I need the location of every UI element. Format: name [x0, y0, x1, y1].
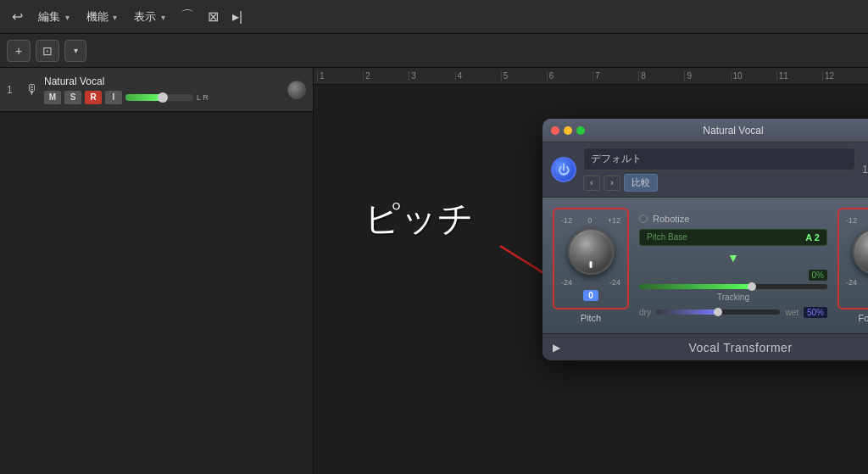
ruler-mark-10: 10 — [731, 71, 776, 81]
formant-knob[interactable] — [853, 228, 869, 275]
fader-track — [125, 94, 193, 101]
tracking-fill — [639, 284, 752, 289]
automation-icon[interactable]: ⌒ — [175, 4, 199, 29]
menu-view[interactable]: 表示 ▾ — [127, 6, 172, 28]
tracking-thumb[interactable] — [748, 282, 756, 291]
power-button[interactable]: ⏻ — [551, 157, 576, 182]
track-body — [0, 112, 313, 474]
group-button[interactable]: ⊡ — [36, 40, 59, 62]
ruler-mark-3: 3 — [409, 71, 454, 81]
tracking-percent: 0% — [809, 270, 827, 281]
pitch-label: Pitch — [581, 313, 601, 323]
pitch-scale: -12 0 +12 — [561, 216, 620, 225]
formant-knob-section: -12 0 +12 -24 -24 0 — [837, 208, 868, 323]
pitch-annotation: ピッチ — [364, 195, 474, 243]
ruler-mark-6: 6 — [547, 71, 593, 81]
ruler-mark-7: 7 — [593, 71, 638, 81]
track-name: Natural Vocal — [44, 75, 282, 87]
menu-edit[interactable]: 編集 ▾ — [31, 6, 76, 28]
plugin-controls: ⏻ デフォルト ‹ › 比較 100% ⇅ ∞ — [542, 142, 868, 198]
power-icon: ⏻ — [558, 163, 570, 176]
preset-area: デフォルト ‹ › 比較 — [583, 148, 855, 192]
plugin-titlebar: Natural Vocal — [542, 119, 868, 142]
minimize-button[interactable] — [564, 126, 572, 135]
mix-dry-label: dry — [639, 308, 651, 317]
plugin-title: Natural Vocal — [703, 125, 763, 137]
ruler-mark-8: 8 — [638, 71, 684, 81]
plugin-footer: ▶ Vocal Transformer — [542, 333, 868, 360]
ruler-mark-1: 1 — [317, 71, 363, 81]
track-panel: 1 🎙 Natural Vocal M S R I L R — [0, 68, 314, 474]
toolbar-dropdown[interactable]: ▾ — [64, 40, 86, 62]
plugin-body: -12 0 +12 -24 -24 0 — [542, 198, 868, 333]
footer-title: Vocal Transformer — [567, 341, 868, 354]
main-area: 1 🎙 Natural Vocal M S R I L R — [0, 68, 868, 474]
compare-button[interactable]: 比較 — [624, 174, 658, 192]
footer-play-button[interactable]: ▶ — [553, 342, 560, 354]
mix-slider-track[interactable] — [656, 309, 781, 315]
traffic-lights — [551, 126, 585, 135]
microphone-icon: 🎙 — [25, 82, 39, 98]
timeline-ruler: 1 2 3 4 5 6 7 8 9 10 11 12 — [314, 68, 868, 85]
ruler-mark-9: 9 — [684, 71, 730, 81]
menu-bar: ↩ 編集 ▾ 機能 ▾ 表示 ▾ ⌒ ⊠ ▸| — [0, 0, 868, 34]
formant-label: Formant — [859, 313, 868, 323]
undo-icon[interactable]: ↩ — [7, 5, 28, 28]
pitch-base-label: Pitch Base — [647, 232, 687, 242]
tracking-slider-track[interactable] — [639, 284, 827, 289]
view-arrow: ▾ — [161, 13, 165, 22]
pitch-knob-indicator — [590, 261, 593, 268]
fader-thumb[interactable] — [158, 92, 168, 103]
preset-prev-button[interactable]: ‹ — [583, 176, 600, 191]
midi-icon[interactable]: ⊠ — [203, 5, 224, 28]
ruler-mark-12: 12 — [822, 71, 868, 81]
track-info: Natural Vocal M S R I L R — [44, 75, 282, 104]
group-icon: ⊡ — [42, 44, 53, 58]
mix-wet-label: wet — [785, 308, 798, 317]
close-button[interactable] — [551, 126, 559, 135]
lr-label: L R — [197, 93, 209, 102]
preset-name: デフォルト — [583, 148, 855, 170]
robotize-radio[interactable] — [639, 215, 648, 223]
pitch-base-value: A 2 — [805, 232, 820, 243]
volume-fader[interactable] — [125, 94, 193, 101]
formant-highlight-box: -12 0 +12 -24 -24 0 — [837, 208, 868, 309]
pitch-arrow-indicator: ▼ — [639, 251, 827, 265]
center-section: Robotize Pitch Base A 2 ▼ 0% — [639, 214, 827, 318]
edit-arrow: ▾ — [65, 13, 70, 22]
pitch-knob-section: -12 0 +12 -24 -24 0 — [553, 208, 629, 323]
chevron-down-icon: ▾ — [74, 46, 78, 55]
track-controls: M S R I L R — [44, 91, 282, 104]
tracking-label: Tracking — [639, 293, 827, 302]
pitch-value: 0 — [583, 290, 598, 301]
toolbar: + ⊡ ▾ — [0, 34, 868, 68]
ruler-marks: 1 2 3 4 5 6 7 8 9 10 11 12 — [317, 71, 868, 81]
playhead-icon[interactable]: ▸| — [227, 5, 248, 28]
mute-button[interactable]: M — [44, 91, 61, 104]
pitch-base-display: Pitch Base A 2 — [639, 229, 827, 246]
percent-value: 100% — [862, 164, 868, 176]
add-track-button[interactable]: + — [7, 40, 31, 62]
mix-percent: 50% — [804, 307, 827, 318]
input-button[interactable]: I — [105, 91, 122, 104]
plugin-window: Natural Vocal ⏻ デフォルト ‹ › 比較 100% ⇅ — [542, 119, 868, 360]
ruler-mark-2: 2 — [363, 71, 409, 81]
pitch-down-arrow: ▼ — [727, 251, 739, 265]
maximize-button[interactable] — [576, 126, 585, 135]
ruler-mark-5: 5 — [501, 71, 547, 81]
record-button[interactable]: R — [85, 91, 102, 104]
track-header: 1 🎙 Natural Vocal M S R I L R — [0, 68, 313, 112]
menu-function[interactable]: 機能 ▾ — [80, 6, 125, 28]
solo-button[interactable]: S — [64, 91, 81, 104]
formant-scale: -12 0 +12 — [846, 216, 868, 225]
arrangement-area: 1 2 3 4 5 6 7 8 9 10 11 12 ピッチ 音程の強制 — [314, 68, 868, 474]
mix-thumb[interactable] — [714, 308, 722, 316]
pan-knob[interactable] — [287, 81, 306, 99]
tracking-slider-container: 0% Tracking — [639, 270, 827, 302]
pitch-knob[interactable] — [568, 228, 615, 275]
preset-next-button[interactable]: › — [604, 176, 620, 191]
formant-scale-bottom: -24 -24 — [846, 278, 868, 287]
mix-row: dry wet 50% — [639, 307, 827, 318]
track-number: 1 — [7, 84, 20, 96]
pitch-highlight-box: -12 0 +12 -24 -24 0 — [553, 208, 629, 309]
